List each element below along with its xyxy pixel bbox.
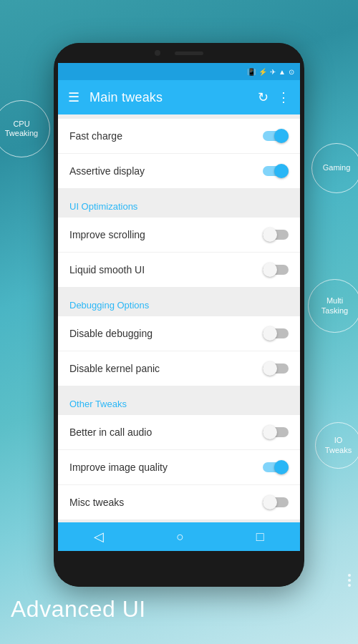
decorative-dots <box>348 574 351 587</box>
ui-optimizations-header: UI Optimizations <box>58 192 300 218</box>
disable-kernel-panic-label: Disable kernel panic <box>69 363 263 374</box>
better-call-audio-row: Better in call audio <box>58 415 300 450</box>
signal-icon: ▲ <box>279 68 286 76</box>
liquid-smooth-toggle[interactable] <box>263 263 289 277</box>
recent-button[interactable]: □ <box>256 530 264 545</box>
disable-kernel-panic-thumb <box>263 361 277 376</box>
fast-charge-label: Fast charge <box>69 130 263 142</box>
improve-scrolling-thumb <box>263 228 277 242</box>
improve-scrolling-toggle[interactable] <box>263 228 289 242</box>
improve-scrolling-row: Improve scrolling <box>58 218 300 253</box>
improve-image-quality-toggle[interactable] <box>263 460 289 474</box>
assertive-display-row: Assertive display <box>58 154 300 188</box>
disable-debugging-thumb <box>263 326 277 341</box>
home-button[interactable]: ○ <box>176 530 184 545</box>
power-card: Fast charge Assertive display <box>58 119 300 188</box>
other-tweaks-card: Better in call audio Improve image quali… <box>58 415 300 519</box>
misc-tweaks-label: Misc tweaks <box>69 497 263 508</box>
app-title: Main tweaks <box>90 90 248 105</box>
fast-charge-row: Fast charge <box>58 119 300 154</box>
more-icon[interactable]: ⋮ <box>277 89 290 105</box>
ui-optimizations-card: Improve scrolling Liquid smooth UI <box>58 218 300 287</box>
debugging-card: Disable debugging Disable kernel panic <box>58 316 300 386</box>
improve-scrolling-label: Improve scrolling <box>69 229 263 240</box>
menu-icon[interactable]: ☰ <box>68 89 79 105</box>
disable-kernel-panic-row: Disable kernel panic <box>58 351 300 386</box>
assertive-display-toggle[interactable] <box>263 164 289 178</box>
nav-bar: ◁ ○ □ <box>58 522 300 551</box>
fast-charge-toggle[interactable] <box>263 129 289 143</box>
misc-tweaks-row: Misc tweaks <box>58 485 300 519</box>
vibrate-icon: 📳 <box>247 68 256 76</box>
front-camera <box>155 50 160 56</box>
disable-debugging-toggle[interactable] <box>263 326 289 341</box>
other-tweaks-header: Other Tweaks <box>58 390 300 415</box>
app-bar-actions: ↻ ⋮ <box>258 89 290 105</box>
advanced-ui-label: Advanced UI <box>11 596 146 623</box>
better-call-audio-thumb <box>263 425 277 439</box>
misc-tweaks-toggle[interactable] <box>263 495 289 509</box>
fast-charge-thumb <box>274 129 289 143</box>
refresh-icon[interactable]: ↻ <box>258 89 268 105</box>
liquid-smooth-thumb <box>263 263 277 277</box>
liquid-smooth-row: Liquid smooth UI <box>58 253 300 287</box>
disable-debugging-label: Disable debugging <box>69 328 263 339</box>
settings-content: Fast charge Assertive display <box>58 114 300 522</box>
improve-image-quality-row: Improve image quality <box>58 450 300 485</box>
battery-icon: ⊙ <box>289 68 294 76</box>
assertive-display-thumb <box>274 164 289 178</box>
phone-screen: 📳 ⚡ ✈ ▲ ⊙ ☰ Main tweaks ↻ ⋮ <box>58 63 300 551</box>
app-bar: ☰ Main tweaks ↻ ⋮ <box>58 80 300 114</box>
improve-image-quality-thumb <box>274 460 289 474</box>
phone-bottom-bezel <box>58 551 300 587</box>
bluetooth-icon: ⚡ <box>258 68 267 76</box>
better-call-audio-label: Better in call audio <box>69 426 263 438</box>
improve-image-quality-label: Improve image quality <box>69 462 263 473</box>
phone-frame: 📳 ⚡ ✈ ▲ ⊙ ☰ Main tweaks ↻ ⋮ <box>54 43 304 587</box>
liquid-smooth-label: Liquid smooth UI <box>69 264 263 275</box>
disable-kernel-panic-toggle[interactable] <box>263 361 289 376</box>
disable-debugging-row: Disable debugging <box>58 316 300 351</box>
airplane-icon: ✈ <box>270 68 276 76</box>
assertive-display-label: Assertive display <box>69 165 263 177</box>
better-call-audio-toggle[interactable] <box>263 425 289 439</box>
debugging-header: Debugging Options <box>58 291 300 316</box>
status-bar: 📳 ⚡ ✈ ▲ ⊙ <box>58 63 300 80</box>
phone-speaker <box>175 52 203 55</box>
misc-tweaks-thumb <box>263 495 277 509</box>
back-button[interactable]: ◁ <box>94 529 104 545</box>
phone-top-bezel <box>54 43 304 63</box>
